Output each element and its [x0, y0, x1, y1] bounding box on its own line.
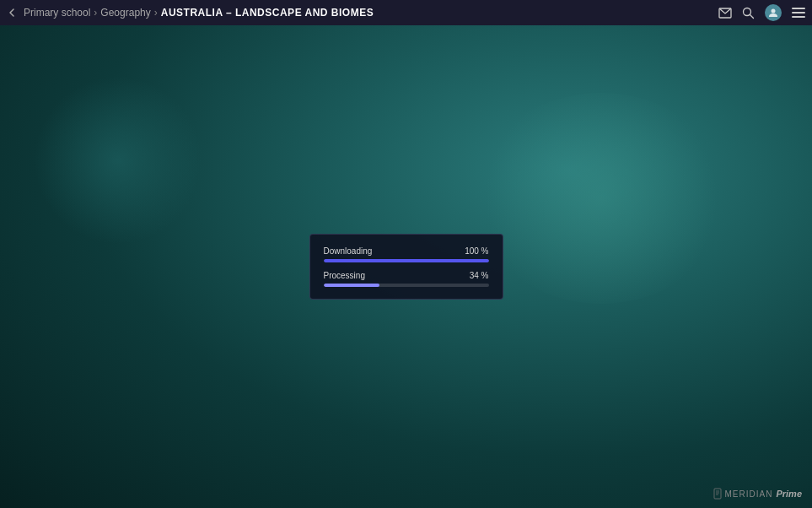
- downloading-fill: [324, 259, 489, 262]
- breadcrumb-geography[interactable]: Geography: [100, 7, 150, 19]
- processing-track: [324, 284, 489, 287]
- breadcrumb-sep-1: ›: [94, 7, 97, 19]
- breadcrumb: Primary school › Geography › AUSTRALIA –…: [24, 7, 718, 19]
- watermark-prime: Prime: [776, 489, 802, 499]
- main-content: Downloading 100 % Processing 34 % M: [0, 25, 812, 508]
- downloading-row: Downloading 100 %: [324, 246, 489, 262]
- svg-line-2: [750, 14, 754, 18]
- header-nav: Primary school › Geography › AUSTRALIA –…: [0, 0, 812, 25]
- watermark-meridian: MERIDIAN: [725, 489, 773, 499]
- search-icon[interactable]: [742, 7, 755, 19]
- downloading-track: [324, 259, 489, 262]
- avatar[interactable]: [765, 4, 782, 21]
- header-icons: [718, 4, 805, 21]
- breadcrumb-current: AUSTRALIA – LANDSCAPE AND BIOMES: [161, 7, 374, 19]
- progress-dialog: Downloading 100 % Processing 34 %: [309, 234, 503, 300]
- processing-row: Processing 34 %: [324, 271, 489, 287]
- processing-percent: 34 %: [470, 271, 489, 280]
- processing-fill: [324, 284, 380, 287]
- breadcrumb-primary-school[interactable]: Primary school: [24, 7, 90, 19]
- menu-button[interactable]: [792, 8, 805, 18]
- processing-label: Processing: [324, 271, 365, 280]
- watermark-icon: [713, 488, 722, 500]
- svg-point-3: [772, 9, 776, 14]
- breadcrumb-sep-2: ›: [154, 7, 158, 19]
- downloading-percent: 100 %: [465, 246, 488, 256]
- back-button[interactable]: [7, 8, 17, 18]
- svg-rect-4: [714, 489, 721, 499]
- downloading-label: Downloading: [324, 246, 373, 256]
- watermark: MERIDIAN Prime: [713, 488, 802, 500]
- mail-icon[interactable]: [718, 8, 732, 19]
